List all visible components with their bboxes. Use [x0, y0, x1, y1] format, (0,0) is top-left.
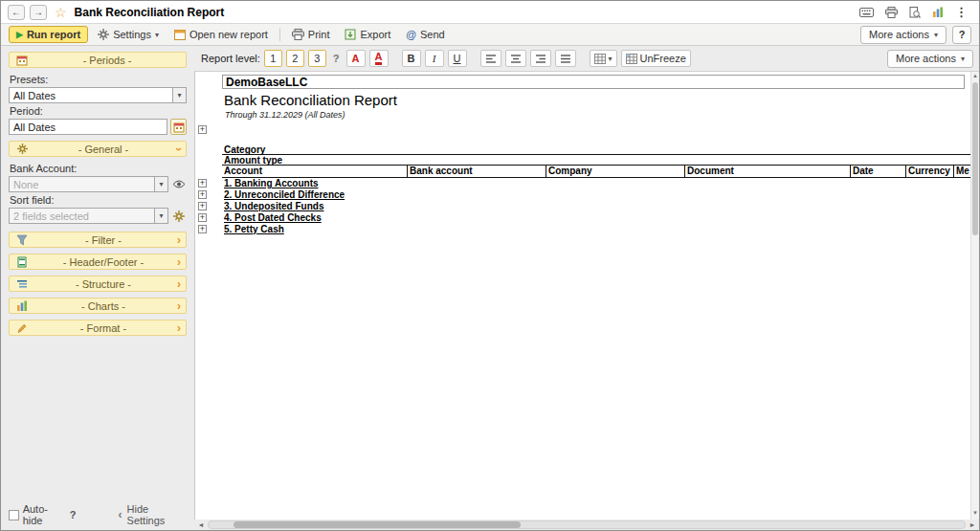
vertical-scrollbar[interactable]: ▲ ▼	[970, 72, 979, 520]
expand-row-2-button[interactable]: +	[198, 190, 207, 199]
keyboard-icon[interactable]	[859, 8, 874, 17]
caret-down-icon: ▾	[609, 55, 612, 63]
columns-dropdown-button[interactable]: ▾	[590, 50, 617, 67]
expand-row-5-button[interactable]: +	[198, 225, 207, 233]
report-level-3-button[interactable]: 3	[308, 50, 326, 67]
expand-row-3-button[interactable]: +	[198, 202, 207, 210]
send-button[interactable]: @ Send	[400, 26, 450, 43]
bold-button[interactable]: B	[402, 50, 421, 67]
new-window-icon	[174, 30, 186, 40]
table-header-row: Account Bank account Company Document Da…	[222, 166, 970, 178]
scroll-right-icon[interactable]: ►	[966, 521, 979, 528]
align-center-button[interactable]	[505, 50, 526, 67]
underline-button[interactable]: U	[448, 50, 467, 67]
table-row[interactable]: 5. Petty Cash	[222, 224, 970, 235]
horizontal-scrollbar[interactable]: ◄ ►	[194, 520, 979, 530]
table-row[interactable]: 1. Banking Accounts	[222, 178, 970, 189]
bank-account-select[interactable]: None ▾	[9, 176, 168, 192]
run-report-button[interactable]: ▶ Run report	[9, 26, 88, 43]
toolbar-separator	[279, 28, 280, 41]
scroll-down-icon[interactable]: ▼	[971, 510, 979, 519]
chevron-down-icon: ›	[174, 147, 184, 151]
expand-header-button[interactable]: +	[198, 125, 207, 134]
back-button[interactable]: ←	[8, 5, 25, 20]
report-subtitle: Through 31.12.2029 (All Dates)	[225, 110, 345, 120]
font-color-button[interactable]: A	[346, 50, 366, 67]
more-menu-icon[interactable]: ⋮	[955, 5, 968, 19]
more-actions-button[interactable]: More actions ▾	[860, 26, 947, 44]
auto-hide-checkbox[interactable]	[9, 510, 19, 520]
report-canvas: + + + + + + DemoBaseLLC Bank Reconciliat…	[194, 71, 979, 520]
sidebar-section-periods[interactable]: - Periods -	[9, 52, 187, 68]
chevron-right-icon: ›	[177, 301, 181, 311]
period-label: Period:	[10, 105, 187, 117]
report-more-actions-button[interactable]: More actions ▾	[887, 50, 973, 68]
caret-down-icon[interactable]: ▾	[172, 88, 186, 102]
section-label: - Header/Footer -	[33, 256, 173, 268]
report-level-2-button[interactable]: 2	[286, 50, 304, 67]
caret-down-icon: ▾	[155, 31, 159, 39]
sidebar-section-filter[interactable]: - Filter - ›	[9, 232, 187, 248]
report-level-help[interactable]: ?	[333, 53, 340, 64]
sort-field-select[interactable]: 2 fields selected ▾	[9, 208, 168, 224]
auto-hide-label: Auto-hide	[23, 503, 66, 526]
auto-hide-help[interactable]: ?	[70, 509, 77, 520]
column-header: Bank account	[407, 166, 546, 177]
align-right-button[interactable]	[530, 50, 551, 67]
period-input[interactable]: All Dates	[9, 119, 167, 135]
sidebar-section-format[interactable]: - Format - ›	[9, 320, 187, 336]
scroll-up-icon[interactable]: ▲	[971, 73, 979, 81]
eye-icon[interactable]	[171, 180, 187, 188]
print-button[interactable]: Print	[286, 26, 336, 43]
at-icon: @	[406, 29, 416, 40]
table-row[interactable]: 4. Post Dated Checks	[222, 212, 970, 224]
settings-button[interactable]: Settings ▾	[92, 26, 165, 43]
table-row[interactable]: 2. Unreconciled Difference	[222, 189, 970, 201]
expand-row-4-button[interactable]: +	[198, 213, 207, 222]
highlight-color-button[interactable]: A	[369, 50, 389, 67]
sidebar-section-charts[interactable]: - Charts - ›	[9, 298, 187, 314]
sidebar-section-structure[interactable]: - Structure - ›	[9, 276, 187, 292]
sort-gear-icon[interactable]	[171, 210, 187, 222]
chevron-left-icon: ‹	[119, 510, 122, 520]
favorite-star-icon[interactable]: ☆	[55, 5, 67, 20]
forward-button[interactable]: →	[30, 5, 47, 20]
gear-icon	[98, 29, 109, 40]
report-table: Category Amount type Account Bank accoun…	[222, 144, 970, 235]
expand-row-1-button[interactable]: +	[198, 179, 207, 188]
align-right-icon	[535, 54, 546, 64]
report-level-1-button[interactable]: 1	[264, 50, 282, 67]
sidebar-footer: Auto-hide ? ‹ Hide Settings	[9, 503, 187, 526]
scroll-left-icon[interactable]: ◄	[194, 521, 208, 528]
align-left-button[interactable]	[480, 50, 501, 67]
hide-settings-button[interactable]: ‹ Hide Settings	[119, 503, 187, 526]
section-label: - Format -	[33, 322, 173, 334]
period-calendar-button[interactable]	[170, 119, 187, 135]
table-row[interactable]: 3. Undeposited Funds	[222, 201, 970, 212]
italic-button[interactable]: I	[425, 50, 444, 67]
open-new-report-button[interactable]: Open new report	[168, 26, 274, 43]
sort-field-label: Sort field:	[10, 194, 187, 206]
caret-down-icon[interactable]: ▾	[154, 177, 167, 191]
horizontal-scroll-thumb[interactable]	[234, 521, 521, 528]
help-button[interactable]: ?	[952, 26, 971, 44]
page-title: Bank Reconciliation Report	[75, 6, 225, 19]
structure-icon	[14, 278, 30, 290]
horizontal-scroll-track[interactable]	[208, 520, 966, 529]
caret-down-icon[interactable]: ▾	[154, 209, 167, 223]
grid-icon	[594, 54, 606, 64]
presets-select[interactable]: All Dates ▾	[9, 87, 187, 103]
print-icon[interactable]	[885, 7, 898, 18]
chart-icon[interactable]	[932, 7, 944, 17]
sidebar-section-header-footer[interactable]: - Header/Footer - ›	[9, 254, 187, 270]
titlebar-icons: ⋮	[859, 5, 968, 19]
align-justify-button[interactable]	[555, 50, 576, 67]
unfreeze-button[interactable]: UnFreeze	[621, 50, 691, 67]
sidebar-section-general[interactable]: - General - ›	[9, 141, 187, 157]
chevron-right-icon: ›	[177, 257, 181, 267]
presets-label: Presets:	[10, 74, 187, 85]
vertical-scroll-thumb[interactable]	[972, 82, 978, 235]
align-center-icon	[510, 54, 522, 64]
export-button[interactable]: Export	[339, 26, 396, 43]
preview-icon[interactable]	[909, 7, 921, 18]
